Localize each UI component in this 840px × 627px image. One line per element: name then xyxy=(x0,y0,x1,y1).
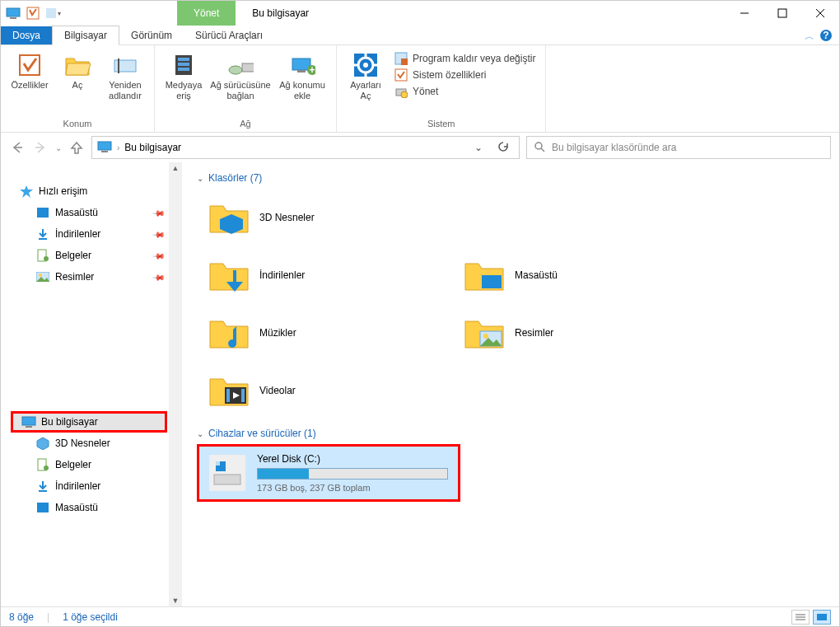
pin-icon: 📌 xyxy=(152,270,166,283)
tree-label: Masaüstü xyxy=(55,207,98,218)
tree-quick-access[interactable]: Hızlı erişim xyxy=(11,180,182,202)
address-dropdown-icon[interactable]: ⌄ xyxy=(469,142,488,153)
svg-rect-41 xyxy=(37,208,49,218)
tree-downloads[interactable]: İndirilenler 📌 xyxy=(11,223,182,245)
tree-this-pc[interactable]: Bu bilgisayar xyxy=(11,411,167,433)
open-label: Aç xyxy=(72,80,83,91)
navigation-pane: Hızlı erişim Masaüstü 📌 İndirilenler 📌 B… xyxy=(1,162,182,606)
media-access-button[interactable]: Medyaya eriş xyxy=(160,49,208,117)
open-settings-button[interactable]: Ayarları Aç xyxy=(342,49,390,117)
uninstall-program-button[interactable]: Program kaldır veya değiştir xyxy=(394,52,535,65)
tree-3d-objects[interactable]: 3D Nesneler xyxy=(11,433,182,454)
properties-button[interactable]: Özellikler xyxy=(6,49,54,117)
add-network-location-button[interactable]: + Ağ konumu ekle xyxy=(273,49,331,117)
tree-downloads-pc[interactable]: İndirilenler xyxy=(11,475,182,497)
drive-usage-bar xyxy=(257,468,448,480)
properties-qat-icon[interactable] xyxy=(24,4,42,22)
tab-drive-tools[interactable]: Sürücü Araçları xyxy=(184,26,274,44)
desktop-icon xyxy=(35,206,50,219)
pc-icon xyxy=(97,141,112,155)
contextual-tab: Yönet xyxy=(177,1,236,26)
folder-icon xyxy=(208,312,250,353)
open-settings-label: Ayarları Aç xyxy=(350,80,381,101)
svg-rect-37 xyxy=(98,142,111,150)
pin-icon: 📌 xyxy=(152,227,166,241)
folder-videos[interactable]: Videolar xyxy=(197,362,452,419)
download-icon xyxy=(35,480,50,493)
rename-label: Yeniden adlandır xyxy=(109,80,142,101)
close-button[interactable] xyxy=(801,1,839,26)
drive-name: Yerel Disk (C:) xyxy=(257,453,448,465)
tree-desktop[interactable]: Masaüstü 📌 xyxy=(11,202,182,223)
rename-button[interactable]: Yeniden adlandır xyxy=(101,49,149,117)
svg-rect-31 xyxy=(401,58,408,65)
breadcrumb-segment[interactable]: Bu bilgisayar xyxy=(124,142,464,153)
tree-label: Bu bilgisayar xyxy=(41,416,98,428)
nav-scrollbar[interactable]: ▲ ▼ xyxy=(169,162,182,606)
tree-label: Belgeler xyxy=(55,459,91,470)
folder-label: Müzikler xyxy=(259,327,296,339)
svg-rect-5 xyxy=(778,9,786,17)
svg-rect-20 xyxy=(297,70,306,73)
folder-pictures[interactable]: Resimler xyxy=(452,304,707,362)
tab-computer[interactable]: Bilgisayar xyxy=(52,26,119,45)
system-properties-button[interactable]: Sistem özellikleri xyxy=(394,68,535,82)
help-icon[interactable]: ? xyxy=(819,29,833,44)
scroll-up-icon[interactable]: ▲ xyxy=(172,164,180,172)
folder-label: Resimler xyxy=(515,327,553,339)
tree-pictures[interactable]: Resimler 📌 xyxy=(11,266,182,288)
forward-button[interactable] xyxy=(32,139,49,156)
refresh-button[interactable] xyxy=(492,141,514,155)
tree-desktop-pc[interactable]: Masaüstü xyxy=(11,497,182,518)
uninstall-label: Program kaldır veya değiştir xyxy=(413,53,535,64)
group-header-drives[interactable]: ⌄ Cihazlar ve sürücüler (1) xyxy=(197,428,833,439)
pin-icon: 📌 xyxy=(152,249,166,262)
svg-point-25 xyxy=(363,63,368,68)
ribbon-group-system-title: Sistem xyxy=(342,117,540,132)
search-box[interactable]: Bu bilgisayar klasöründe ara xyxy=(526,136,831,159)
pc-icon xyxy=(21,415,36,428)
folder-label: İndirilenler xyxy=(259,269,305,281)
map-drive-button[interactable]: Ağ sürücüsüne bağlan xyxy=(208,49,273,117)
manage-button[interactable]: Yönet xyxy=(394,85,535,98)
minimize-button[interactable] xyxy=(726,1,763,26)
properties-label: Özellikler xyxy=(11,80,48,91)
pc-icon[interactable] xyxy=(4,4,22,22)
tab-view[interactable]: Görünüm xyxy=(119,26,184,44)
view-large-icons-button[interactable] xyxy=(813,610,831,625)
up-button[interactable] xyxy=(68,139,85,156)
folder-3d-objects[interactable]: 3D Nesneler xyxy=(197,189,452,246)
svg-rect-57 xyxy=(226,389,230,402)
folder-desktop[interactable]: Masaüstü xyxy=(452,246,707,304)
drive-c[interactable]: Yerel Disk (C:) 173 GB boş, 237 GB topla… xyxy=(197,444,460,502)
download-icon xyxy=(35,227,50,241)
folder-icon xyxy=(464,312,505,353)
folder-music[interactable]: Müzikler xyxy=(197,304,452,362)
folder-downloads[interactable]: İndirilenler xyxy=(197,246,452,304)
window-controls xyxy=(726,1,839,26)
qat-dropdown-icon[interactable]: ▾ xyxy=(44,4,62,22)
chevron-right-icon[interactable]: › xyxy=(117,143,119,152)
group-header-folders[interactable]: ⌄ Klasörler (7) xyxy=(197,172,833,184)
tree-documents-pc[interactable]: Belgeler xyxy=(11,454,182,475)
open-button[interactable]: Aç xyxy=(54,49,101,117)
recent-dropdown[interactable]: ⌄ xyxy=(55,143,62,152)
svg-rect-61 xyxy=(216,461,220,466)
tree-label: İndirilenler xyxy=(55,228,100,240)
group-header-label: Klasörler (7) xyxy=(208,172,262,184)
address-bar[interactable]: › Bu bilgisayar ⌄ xyxy=(91,136,520,159)
documents-icon xyxy=(35,249,50,262)
scroll-down-icon[interactable]: ▼ xyxy=(172,597,180,605)
body: Hızlı erişim Masaüstü 📌 İndirilenler 📌 B… xyxy=(1,162,839,606)
tree-documents[interactable]: Belgeler 📌 xyxy=(11,245,182,266)
pictures-icon xyxy=(35,270,50,283)
maximize-button[interactable] xyxy=(763,1,801,26)
tab-file[interactable]: Dosya xyxy=(1,26,52,44)
svg-rect-0 xyxy=(7,8,20,16)
svg-text:?: ? xyxy=(823,30,828,41)
tree-label: Hızlı erişim xyxy=(39,185,87,197)
back-button[interactable] xyxy=(9,139,26,156)
folder-icon xyxy=(208,255,250,296)
view-details-button[interactable] xyxy=(791,610,810,625)
collapse-ribbon-icon[interactable]: ︿ xyxy=(805,30,814,44)
